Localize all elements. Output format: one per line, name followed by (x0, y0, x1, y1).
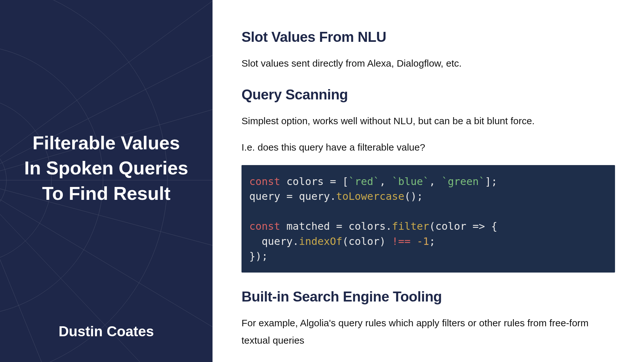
paragraph-query-scanning-1: Simplest option, works well without NLU,… (242, 112, 615, 130)
code-function: filter (392, 220, 429, 232)
code-string: `blue` (392, 175, 429, 188)
main-content: Slot Values From NLU Slot values sent di… (213, 0, 644, 362)
code-text (411, 235, 417, 247)
code-function: indexOf (299, 235, 342, 247)
paragraph-query-scanning-2: I.e. does this query have a filterable v… (242, 139, 615, 156)
code-text: , (429, 175, 442, 188)
paragraph-search-tooling: For example, Algolia's query rules which… (242, 314, 615, 349)
code-text: (); (404, 190, 423, 202)
code-function: toLowercase (336, 190, 404, 202)
code-text: (color => { (429, 220, 497, 232)
heading-search-tooling: Built-in Search Engine Tooling (242, 289, 615, 305)
paragraph-slot-values: Slot values sent directly from Alexa, Di… (242, 55, 615, 72)
author-name: Dustin Coates (0, 323, 213, 339)
code-operator: !== (392, 235, 411, 247)
code-snippet: const colors = [`red`, `blue`, `green`];… (242, 165, 615, 273)
code-text: matched = colors. (280, 220, 392, 232)
heading-slot-values: Slot Values From NLU (242, 29, 615, 45)
code-keyword: const (249, 220, 280, 232)
code-text: , (380, 175, 392, 188)
code-keyword: const (249, 175, 280, 188)
code-text: query. (249, 235, 299, 247)
code-text: query = query. (249, 190, 336, 202)
code-text: ; (429, 235, 435, 247)
title-line-1: Filterable Values (24, 130, 188, 155)
code-string: `green` (441, 175, 485, 188)
heading-query-scanning: Query Scanning (242, 87, 615, 103)
slide-title: Filterable Values In Spoken Queries To F… (11, 130, 201, 206)
code-string: `red` (348, 175, 379, 188)
title-line-2: In Spoken Queries (24, 155, 188, 181)
title-line-3: To Find Result (24, 181, 188, 206)
code-number: -1 (417, 235, 429, 247)
code-text: }); (249, 250, 268, 262)
code-text: colors = [ (280, 175, 348, 188)
sidebar-panel: Filterable Values In Spoken Queries To F… (0, 0, 213, 362)
code-text: (color) (342, 235, 392, 247)
code-text: ]; (485, 175, 497, 188)
